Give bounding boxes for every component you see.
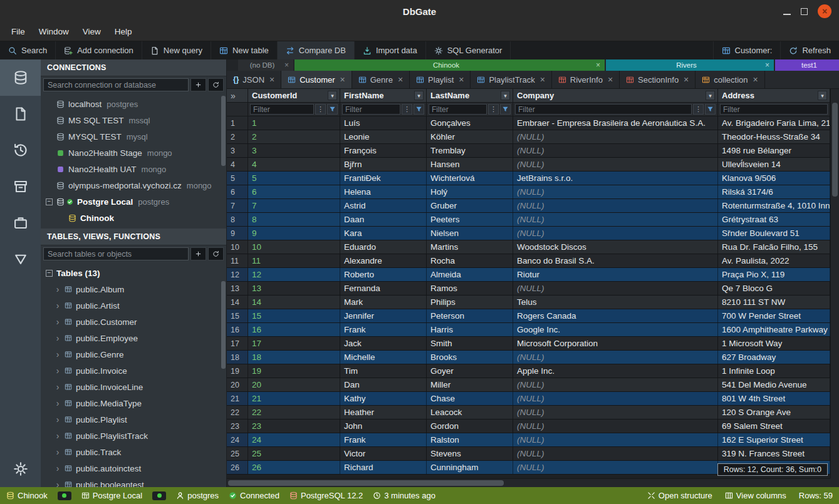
toolbar-customer-button[interactable]: Customer:: [713, 41, 781, 59]
grid-cell-customerid[interactable]: 23: [248, 419, 340, 433]
grid-cell-firstname[interactable]: François: [340, 144, 427, 157]
chevron-right-icon[interactable]: ›: [55, 366, 61, 376]
refresh-tables-button[interactable]: [208, 247, 224, 260]
grid-corner-cell[interactable]: »: [227, 89, 248, 102]
status-postgresql-12-2[interactable]: PostgreSQL 12.2: [289, 491, 363, 500]
grid-cell-lastname[interactable]: Ralston: [427, 433, 513, 446]
grid-cell-lastname[interactable]: Wichterlová: [427, 172, 513, 185]
grid-cell-company[interactable]: JetBrains s.r.o.: [513, 172, 718, 185]
grid-cell-customerid[interactable]: 20: [248, 378, 340, 391]
grid-cell-customerid[interactable]: 13: [248, 282, 340, 295]
grid-cell-customerid[interactable]: 6: [248, 185, 340, 198]
status-connected[interactable]: Connected: [229, 491, 279, 500]
filter-funnel-button[interactable]: [414, 104, 424, 115]
grid-cell-address[interactable]: 541 Del Medio Avenue: [718, 378, 830, 391]
grid-row-18[interactable]: 1818MichelleBrooks(NULL)627 Broadway: [227, 351, 830, 364]
connection-ms-sql-test[interactable]: MS SQL TESTmssql: [41, 112, 226, 128]
tab-genre[interactable]: Genre×: [352, 71, 410, 88]
connection-nano2health-stage[interactable]: Nano2Health Stagemongo: [41, 145, 226, 161]
close-icon[interactable]: ×: [540, 75, 545, 85]
column-header-customerid[interactable]: CustomerId▾: [248, 89, 340, 102]
grid-cell-firstname[interactable]: Bjřrn: [340, 158, 427, 171]
grid-row-11[interactable]: 1111AlexandreRochaBanco do Brasil S.A.Av…: [227, 254, 830, 268]
grid-cell-customerid[interactable]: 18: [248, 351, 340, 364]
grid-cell-lastname[interactable]: Almeida: [427, 268, 513, 281]
grid-cell-lastname[interactable]: Goyer: [427, 364, 513, 378]
grid-cell-company[interactable]: Embraer - Empresa Brasileira de Aeronáut…: [513, 116, 718, 130]
tab-sectioninfo[interactable]: SectionInfo×: [620, 71, 696, 88]
table-item-public-genre[interactable]: ›public.Genre: [41, 346, 226, 363]
connections-search-input[interactable]: [43, 78, 189, 91]
chevron-right-icon[interactable]: ›: [55, 398, 61, 408]
grid-cell-address[interactable]: Rotenturmstraße 4, 1010 Innere Stadt: [718, 199, 830, 212]
sidebar-archive-button[interactable]: [0, 168, 41, 205]
grid-cell-customerid[interactable]: 26: [248, 461, 340, 474]
filter-menu-button[interactable]: ⋮: [315, 104, 326, 115]
tab-playlisttrack[interactable]: PlaylistTrack×: [471, 71, 551, 88]
grid-cell-lastname[interactable]: Tremblay: [427, 144, 513, 157]
grid-cell-customerid[interactable]: 17: [248, 337, 340, 350]
grid-cell-firstname[interactable]: Luís: [340, 116, 427, 130]
grid-cell-company[interactable]: (NULL): [513, 406, 718, 419]
grid-row-12[interactable]: 1212RobertoAlmeidaRioturPraça Pio X, 119: [227, 268, 830, 282]
grid-cell-company[interactable]: Rogers Canada: [513, 309, 718, 322]
grid-cell-company[interactable]: (NULL): [513, 158, 718, 171]
grid-cell-address[interactable]: Theodor-Heuss-Straße 34: [718, 130, 830, 143]
grid-cell-customerid[interactable]: 11: [248, 254, 340, 267]
grid-cell-firstname[interactable]: Helena: [340, 185, 427, 198]
grid-cell-company[interactable]: (NULL): [513, 447, 718, 460]
grid-cell-address[interactable]: Grétrystraat 63: [718, 213, 830, 226]
chevron-right-icon[interactable]: ›: [55, 414, 61, 424]
grid-cell-customerid[interactable]: 3: [248, 144, 340, 157]
grid-cell-lastname[interactable]: Ramos: [427, 282, 513, 295]
grid-cell-firstname[interactable]: Richard: [340, 461, 427, 474]
column-dropdown-button[interactable]: ▾: [328, 91, 337, 100]
grid-row-3[interactable]: 33FrançoisTremblay(NULL)1498 rue Bélange…: [227, 144, 830, 158]
toolbar-new-query-button[interactable]: New query: [142, 41, 211, 59]
grid-cell-customerid[interactable]: 1: [248, 116, 340, 130]
chevron-right-icon[interactable]: ›: [55, 349, 61, 359]
tables-search-input[interactable]: [43, 247, 189, 260]
vertical-scrollbar[interactable]: [830, 89, 839, 478]
close-icon[interactable]: ×: [684, 75, 689, 85]
grid-row-25[interactable]: 2525VictorStevens(NULL)319 N. Frances St…: [227, 447, 830, 461]
table-item-public-mediatype[interactable]: ›public.MediaType: [41, 395, 226, 411]
grid-cell-firstname[interactable]: Victor: [340, 447, 427, 460]
table-item-public-playlist[interactable]: ›public.Playlist: [41, 411, 226, 428]
tables-scrollbar-thumb[interactable]: [221, 281, 226, 369]
grid-cell-lastname[interactable]: Peterson: [427, 309, 513, 322]
toolbar-compare-db-button[interactable]: Compare DB: [278, 41, 355, 59]
grid-cell-address[interactable]: Av. Brigadeiro Faria Lima, 2170: [718, 116, 830, 130]
grid-cell-address[interactable]: 700 W Pender Street: [718, 309, 830, 322]
grid-cell-lastname[interactable]: Holý: [427, 185, 513, 198]
close-icon[interactable]: ×: [269, 75, 274, 85]
grid-cell-company[interactable]: (NULL): [513, 144, 718, 157]
grid-cell-firstname[interactable]: Frank: [340, 323, 427, 336]
grid-cell-company[interactable]: Riotur: [513, 268, 718, 281]
filter-input-address[interactable]: [720, 104, 828, 115]
grid-cell-lastname[interactable]: Cunningham: [427, 461, 513, 474]
chevron-right-icon[interactable]: ›: [55, 333, 61, 343]
grid-row-7[interactable]: 77AstridGruber(NULL)Rotenturmstraße 4, 1…: [227, 199, 830, 213]
grid-cell-firstname[interactable]: Fernanda: [340, 282, 427, 295]
column-dropdown-button[interactable]: ▾: [706, 91, 715, 100]
grid-cell-firstname[interactable]: Dan: [340, 378, 427, 391]
grid-cell-address[interactable]: 1 Infinite Loop: [718, 364, 830, 378]
grid-cell-address[interactable]: Av. Paulista, 2022: [718, 254, 830, 267]
status-open-structure[interactable]: Open structure: [647, 491, 712, 500]
grid-cell-address[interactable]: 69 Salem Street: [718, 419, 830, 433]
grid-row-24[interactable]: 2424FrankRalston(NULL)162 E Superior Str…: [227, 433, 830, 447]
grid-cell-customerid[interactable]: 12: [248, 268, 340, 281]
grid-cell-firstname[interactable]: Tim: [340, 364, 427, 378]
grid-cell-address[interactable]: 1 Microsoft Way: [718, 337, 830, 350]
filter-menu-button[interactable]: ⋮: [693, 104, 704, 115]
grid-cell-firstname[interactable]: Mark: [340, 296, 427, 309]
close-icon[interactable]: ×: [753, 75, 758, 85]
status-view-columns[interactable]: View columns: [725, 491, 786, 500]
grid-row-21[interactable]: 2121KathyChase(NULL)801 W 4th Street: [227, 392, 830, 406]
vertical-scrollbar-thumb[interactable]: [832, 103, 838, 197]
filter-input-firstname[interactable]: [342, 104, 400, 115]
table-item-public-booleantest[interactable]: ›public.booleantest: [41, 476, 226, 487]
chevron-right-icon[interactable]: ›: [55, 382, 61, 392]
tab-riverinfo[interactable]: RiverInfo×: [552, 71, 620, 88]
